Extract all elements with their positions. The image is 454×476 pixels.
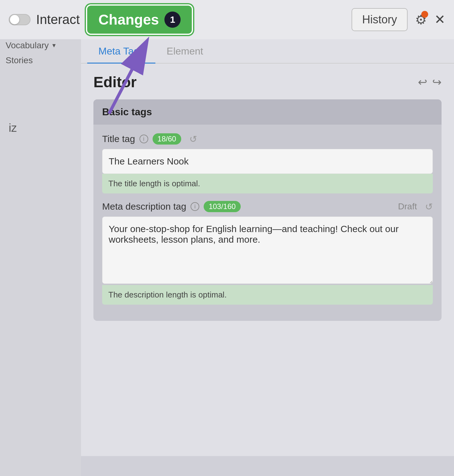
redo-button[interactable]: ↪ (432, 76, 442, 89)
vocab-arrow-icon: ▼ (51, 42, 57, 49)
tab-element[interactable]: Element (155, 40, 214, 64)
changes-button[interactable]: Changes 1 (87, 6, 192, 34)
undo-redo-controls: ↩ ↪ (418, 76, 442, 89)
toggle-knob (10, 15, 19, 24)
interact-toggle[interactable] (9, 14, 31, 25)
title-tag-info-icon[interactable]: i (140, 135, 148, 143)
basic-tags-header: Basic tags (93, 99, 442, 125)
meta-description-reset-button[interactable]: ↺ (425, 201, 433, 212)
tabs-area: Meta Tags Element (81, 39, 454, 64)
editor-title: Editor (93, 74, 137, 91)
main-content: Meta Tags Element Editor ↩ ↪ Basic tags … (81, 39, 454, 456)
title-tag-label: Title tag (102, 134, 135, 144)
sidebar-text: iz (6, 121, 75, 135)
toolbar: Interact Changes 1 History ⚙ ✕ (0, 0, 454, 39)
undo-button[interactable]: ↩ (418, 76, 427, 89)
history-button[interactable]: History (352, 8, 408, 31)
interact-toggle-area: Interact (9, 12, 80, 27)
interact-label: Interact (36, 12, 80, 27)
title-tag-label-row: Title tag i 18/60 ↺ (102, 133, 433, 145)
editor-panel: Editor ↩ ↪ Basic tags Title tag i 18/60 … (81, 64, 454, 340)
changes-badge: 1 (164, 12, 181, 28)
card-body: Title tag i 18/60 ↺ The title length is … (93, 125, 442, 321)
editor-header: Editor ↩ ↪ (93, 74, 442, 91)
vocab-label: Vocabulary (6, 40, 49, 50)
meta-description-textarea-wrap: Your one-stop-shop for English learning—… (102, 217, 433, 305)
title-tag-hint: The title length is optimal. (102, 174, 433, 193)
tab-meta-tags[interactable]: Meta Tags (87, 40, 155, 64)
meta-description-label: Meta description tag (102, 201, 186, 212)
title-tag-reset-button[interactable]: ↺ (189, 134, 197, 145)
sidebar-item-vocabulary[interactable]: Vocabulary ▼ (6, 40, 75, 50)
meta-description-textarea[interactable]: Your one-stop-shop for English learning—… (102, 217, 433, 284)
sidebar-item-stories[interactable]: Stories (6, 55, 33, 65)
basic-tags-card: Basic tags Title tag i 18/60 ↺ The title… (93, 99, 442, 321)
meta-description-field: Meta description tag i 103/160 Draft ↺ Y… (102, 201, 433, 305)
title-tag-field: Title tag i 18/60 ↺ The title length is … (102, 133, 433, 193)
meta-description-hint: The description length is optimal. (102, 285, 433, 305)
meta-description-count: 103/160 (204, 201, 241, 212)
title-tag-input[interactable] (102, 149, 433, 174)
meta-description-draft-label: Draft (398, 202, 417, 212)
changes-label: Changes (98, 11, 159, 28)
notification-dot (421, 11, 428, 18)
title-tag-input-wrap: The title length is optimal. (102, 149, 433, 193)
meta-description-label-row: Meta description tag i 103/160 Draft ↺ (102, 201, 433, 212)
sidebar: Vocabulary ▼ Stories iz (0, 34, 81, 476)
close-button[interactable]: ✕ (434, 13, 445, 26)
meta-description-info-icon[interactable]: i (191, 202, 199, 211)
title-tag-count: 18/60 (153, 133, 181, 145)
settings-button[interactable]: ⚙ (415, 12, 427, 27)
